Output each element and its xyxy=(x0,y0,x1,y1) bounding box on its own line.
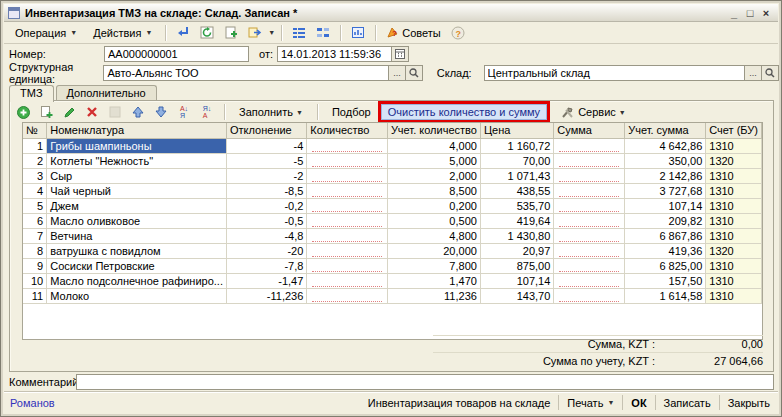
cell-nomenclature[interactable]: Грибы шампиньоны xyxy=(47,138,227,153)
cell-quantity[interactable] xyxy=(307,288,388,303)
move-up-icon[interactable] xyxy=(128,103,148,121)
cell-accounting-sum[interactable]: 1 614,58 xyxy=(625,288,706,303)
cell-price[interactable]: 438,55 xyxy=(480,183,553,198)
cell-sum[interactable] xyxy=(554,228,625,243)
structural-unit-input[interactable] xyxy=(103,65,388,81)
col-deviation[interactable]: Отклонение xyxy=(227,123,307,138)
cell-sum[interactable] xyxy=(554,243,625,258)
cell-quantity[interactable] xyxy=(307,183,388,198)
cell-nomenclature[interactable]: Котлеты "Нежность" xyxy=(47,153,227,168)
cell-deviation[interactable]: -8,5 xyxy=(227,183,307,198)
cell-account[interactable]: 1320 xyxy=(706,153,762,168)
cell-sum[interactable] xyxy=(554,273,625,288)
cell-accounting-quantity[interactable]: 0,200 xyxy=(387,198,480,213)
cell-accounting-quantity[interactable]: 8,500 xyxy=(387,183,480,198)
choose-button[interactable]: ... xyxy=(389,65,406,81)
cell-deviation[interactable]: -0,2 xyxy=(227,198,307,213)
advice-button[interactable]: ? Советы xyxy=(382,24,444,41)
cell-account[interactable]: 1310 xyxy=(706,258,762,273)
cell-quantity[interactable] xyxy=(307,213,388,228)
col-accounting-quantity[interactable]: Учет. количество xyxy=(387,123,480,138)
cell-line-number[interactable]: 7 xyxy=(23,228,47,243)
cell-quantity[interactable] xyxy=(307,258,388,273)
cell-account[interactable]: 1310 xyxy=(706,228,762,243)
cell-sum[interactable] xyxy=(554,288,625,303)
copy-row-icon[interactable] xyxy=(36,103,56,121)
save-button[interactable]: Записать xyxy=(655,395,719,410)
print-button[interactable]: Печать ▼ xyxy=(558,395,622,410)
col-sum[interactable]: Сумма xyxy=(554,123,625,138)
add-row-icon[interactable] xyxy=(13,103,33,121)
cell-quantity[interactable] xyxy=(307,153,388,168)
cell-quantity[interactable] xyxy=(307,273,388,288)
cell-accounting-quantity[interactable]: 1,470 xyxy=(387,273,480,288)
cell-accounting-quantity[interactable]: 4,800 xyxy=(387,228,480,243)
cell-accounting-sum[interactable]: 6 867,86 xyxy=(625,228,706,243)
cell-deviation[interactable]: -5 xyxy=(227,153,307,168)
cell-price[interactable]: 70,00 xyxy=(480,153,553,168)
table-row[interactable]: 2Котлеты "Нежность"-55,00070,00350,00132… xyxy=(23,153,762,168)
tab-tmz[interactable]: ТМЗ xyxy=(9,85,54,102)
close-form-button[interactable]: Закрыть xyxy=(719,395,778,410)
table-row[interactable]: 9Сосиски Петровские-7,87,800875,006 825,… xyxy=(23,258,762,273)
open-magnifier-icon[interactable] xyxy=(406,65,423,81)
cell-line-number[interactable]: 11 xyxy=(23,288,47,303)
cell-account[interactable]: 1320 xyxy=(706,243,762,258)
cell-accounting-quantity[interactable]: 0,500 xyxy=(387,213,480,228)
cell-sum[interactable] xyxy=(554,153,625,168)
cell-accounting-quantity[interactable]: 11,236 xyxy=(387,288,480,303)
number-input[interactable] xyxy=(104,46,249,62)
cell-line-number[interactable]: 6 xyxy=(23,213,47,228)
actions-menu[interactable]: Действия ▼ xyxy=(86,24,159,42)
sort-ascending-icon[interactable]: А↓Я xyxy=(174,103,194,121)
cell-price[interactable]: 107,14 xyxy=(480,273,553,288)
fill-button[interactable]: Заполнить ▼ xyxy=(232,104,310,120)
table-row[interactable]: 3Сыр-22,0001 071,432 142,861310 xyxy=(23,168,762,183)
table-row[interactable]: 10Масло подсолнечное рафиниро...-1,471,4… xyxy=(23,273,762,288)
structure-icon[interactable] xyxy=(312,23,334,43)
maximize-button[interactable]: □ xyxy=(742,6,758,20)
choose-button[interactable]: ... xyxy=(745,65,762,81)
cell-price[interactable]: 1 160,72 xyxy=(480,138,553,153)
cell-deviation[interactable]: -2 xyxy=(227,168,307,183)
cell-sum[interactable] xyxy=(554,168,625,183)
cell-nomenclature[interactable]: Чай черный xyxy=(47,183,227,198)
cell-price[interactable]: 1 430,80 xyxy=(480,228,553,243)
cell-price[interactable]: 20,97 xyxy=(480,243,553,258)
cell-nomenclature[interactable]: Масло оливковое xyxy=(47,213,227,228)
cell-line-number[interactable]: 5 xyxy=(23,198,47,213)
minimize-button[interactable]: _ xyxy=(726,6,742,20)
cell-accounting-sum[interactable]: 350,00 xyxy=(625,153,706,168)
cell-quantity[interactable] xyxy=(307,228,388,243)
cell-nomenclature[interactable]: Молоко xyxy=(47,288,227,303)
cell-sum[interactable] xyxy=(554,213,625,228)
cell-accounting-sum[interactable]: 4 642,86 xyxy=(625,138,706,153)
cell-line-number[interactable]: 2 xyxy=(23,153,47,168)
table-row[interactable]: 8ватрушка с повидлом-2020,00020,97419,36… xyxy=(23,243,762,258)
col-quantity[interactable]: Количество xyxy=(307,123,388,138)
cell-sum[interactable] xyxy=(554,198,625,213)
col-nomenclature[interactable]: Номенклатура xyxy=(47,123,227,138)
table-row[interactable]: 7Ветчина-4,84,8001 430,806 867,861310 xyxy=(23,228,762,243)
cell-account[interactable]: 1310 xyxy=(706,198,762,213)
clear-quantity-sum-button[interactable]: Очистить количество и сумму xyxy=(381,104,547,120)
cell-accounting-quantity[interactable]: 7,800 xyxy=(387,258,480,273)
chevron-down-icon[interactable]: ▼ xyxy=(268,29,275,36)
close-button[interactable]: × xyxy=(758,6,774,20)
move-down-icon[interactable] xyxy=(151,103,171,121)
table-row[interactable]: 6Масло оливковое-0,50,500419,64209,82131… xyxy=(23,213,762,228)
cell-line-number[interactable]: 8 xyxy=(23,243,47,258)
col-accounting-sum[interactable]: Учет. сумма xyxy=(625,123,706,138)
cell-accounting-sum[interactable]: 209,82 xyxy=(625,213,706,228)
cell-accounting-sum[interactable]: 419,36 xyxy=(625,243,706,258)
cell-price[interactable]: 535,70 xyxy=(480,198,553,213)
cell-line-number[interactable]: 1 xyxy=(23,138,47,153)
table-row[interactable]: 11Молоко-11,23611,236143,701 614,581310 xyxy=(23,288,762,303)
operation-menu[interactable]: Операция ▼ xyxy=(8,24,84,42)
col-account[interactable]: Счет (БУ) xyxy=(706,123,762,138)
cell-deviation[interactable]: -4,8 xyxy=(227,228,307,243)
refresh-document-icon[interactable] xyxy=(196,23,218,43)
sort-descending-icon[interactable]: Я↓А xyxy=(197,103,217,121)
cell-accounting-sum[interactable]: 107,14 xyxy=(625,198,706,213)
report-icon[interactable] xyxy=(347,23,369,43)
